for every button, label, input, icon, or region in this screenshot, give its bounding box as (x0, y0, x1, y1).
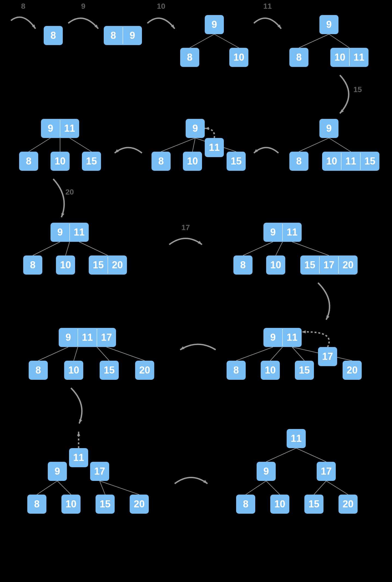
key-value: 10 (60, 259, 71, 271)
insert-label: 20 (65, 188, 74, 196)
tree-node: 9 (257, 462, 276, 481)
transition-arrow (169, 239, 202, 245)
tree-edge (74, 347, 78, 361)
tree-edge (33, 242, 60, 255)
tree-edge (79, 242, 108, 255)
key-value: 15 (93, 259, 104, 271)
tree-node: 10 (270, 495, 289, 514)
insert-label: 9 (81, 2, 85, 10)
key-value: 17 (101, 332, 112, 343)
key-value: 9 (192, 123, 198, 134)
key-value: 11 (73, 452, 84, 463)
key-value: 20 (139, 365, 150, 376)
tree-node: 8 (152, 152, 171, 171)
tree-node: 8 (27, 495, 46, 514)
tree-edge (270, 347, 283, 361)
tree-node: 101115 (322, 152, 379, 171)
tree-node: 911 (263, 328, 302, 347)
tree-node: 911 (41, 119, 79, 138)
tree-node: 10 (61, 495, 81, 514)
key-value: 17 (321, 466, 332, 477)
key-value: 15 (100, 498, 111, 510)
tree-edge (97, 347, 109, 361)
key-value: 15 (308, 498, 319, 510)
key-value: 17 (322, 351, 333, 362)
tree-edge (100, 481, 139, 495)
arrow-head-icon (302, 330, 306, 333)
key-value: 20 (112, 259, 123, 271)
key-value: 15 (231, 155, 242, 167)
arrow-head-icon (77, 432, 80, 436)
key-value: 9 (66, 332, 71, 343)
tree-node: 15 (304, 495, 323, 514)
key-value: 17 (94, 466, 105, 477)
tree-node: 10 (51, 152, 70, 171)
key-value: 10 (274, 498, 285, 510)
key-value: 8 (296, 52, 302, 63)
tree-edge (314, 481, 326, 495)
key-value: 8 (158, 155, 164, 167)
key-value: 8 (35, 365, 41, 376)
tree-node-popup: 11 (205, 138, 224, 157)
key-value: 9 (263, 466, 269, 477)
key-value: 20 (134, 498, 145, 510)
tree-node: 8 (289, 48, 308, 67)
key-value: 15 (104, 365, 115, 376)
key-value: 10 (326, 155, 337, 167)
transition-arrow (340, 75, 349, 113)
tree-edge (329, 34, 349, 48)
tree-node: 8 (236, 495, 255, 514)
key-value: 10 (334, 52, 345, 63)
tree-node: 20 (338, 495, 358, 514)
tree-edge (236, 347, 273, 361)
transition-arrow (68, 18, 98, 29)
key-value: 9 (326, 19, 332, 30)
key-value: 11 (345, 155, 356, 167)
key-value: 8 (30, 259, 35, 271)
key-value: 11 (291, 433, 302, 444)
key-value: 15 (299, 365, 310, 376)
tree-node: 9 (186, 119, 205, 138)
key-value: 8 (240, 259, 246, 271)
tree-node: 15 (82, 152, 101, 171)
transition-arrow (147, 18, 175, 29)
key-value: 9 (270, 332, 276, 343)
key-value: 9 (48, 123, 53, 134)
key-value: 8 (296, 155, 302, 167)
transition-arrow (175, 478, 207, 484)
tree-node: 15 (100, 361, 119, 380)
tree-node: 8 (227, 361, 246, 380)
key-value: 20 (343, 498, 354, 510)
tree-edge (70, 138, 91, 152)
tree-node: 91117 (59, 328, 116, 347)
key-value: 10 (233, 52, 244, 63)
key-value: 11 (287, 332, 298, 343)
tree-node: 8 (233, 255, 253, 275)
tree-node: 8 (19, 152, 38, 171)
tree-edge (299, 34, 329, 48)
tree-node: 15 (96, 495, 115, 514)
tree-node: 8 (23, 255, 42, 275)
tree-node-popup: 9 (48, 462, 67, 481)
tree-edge (29, 138, 51, 152)
transition-arrow (53, 179, 64, 217)
tree-node: 151720 (300, 255, 358, 275)
tree-node: 9 (319, 15, 338, 34)
tree-node: 15 (227, 152, 246, 171)
key-value: 15 (86, 155, 97, 167)
arrow-head-icon (180, 346, 185, 350)
key-value: 11 (354, 52, 364, 63)
tree-node: 9 (319, 119, 338, 138)
tree-edge (161, 138, 195, 152)
tree-node: 17 (317, 462, 336, 481)
tree-node: 10 (56, 255, 75, 275)
tree-edge (190, 34, 214, 48)
key-value: 10 (187, 155, 198, 167)
tree-edge (296, 448, 326, 462)
tree-node: 10 (229, 48, 248, 67)
tree-node: 15 (295, 361, 314, 380)
tree-node: 8 (44, 26, 63, 45)
tree-edge (106, 347, 145, 361)
tree-node: 20 (343, 361, 362, 380)
key-value: 15 (364, 155, 375, 167)
